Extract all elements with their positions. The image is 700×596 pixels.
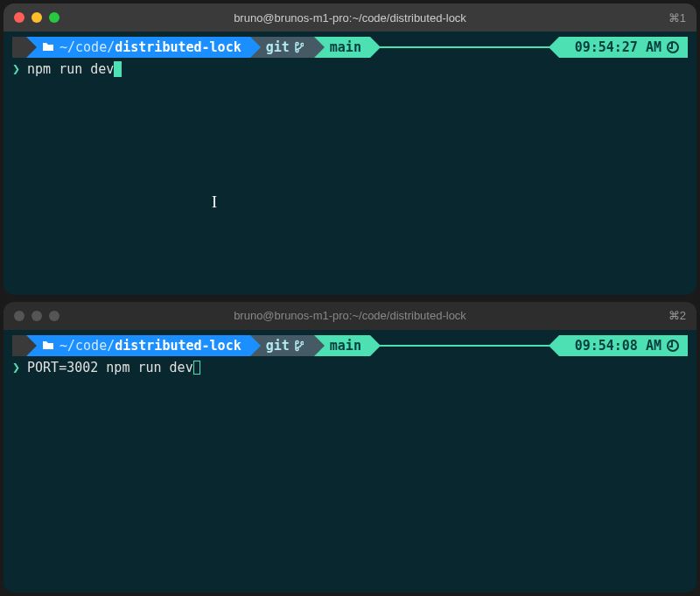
git-label: git bbox=[266, 338, 290, 354]
tab-indicator-1: ⌘1 bbox=[668, 11, 686, 25]
command-line-2[interactable]: ❯ PORT=3002 npm run dev bbox=[12, 358, 688, 377]
connector-line bbox=[368, 46, 561, 48]
command-text: PORT=3002 npm run dev bbox=[27, 360, 193, 375]
ibeam-cursor-icon: I bbox=[212, 193, 217, 212]
powerline-prompt-1: ~/code/distributed-lock git main 09:54:2… bbox=[12, 37, 688, 58]
git-branch-icon bbox=[293, 340, 304, 352]
path-segment: ~/code/distributed-lock bbox=[26, 335, 250, 356]
cursor-inactive bbox=[193, 361, 200, 375]
prompt-char: ❯ bbox=[12, 61, 20, 77]
time-text: 09:54:08 AM bbox=[575, 338, 662, 354]
terminal-window-2: bruno@brunos-m1-pro:~/code/distributed-l… bbox=[4, 302, 696, 593]
prompt-char: ❯ bbox=[12, 360, 20, 375]
time-segment: 09:54:27 AM bbox=[559, 37, 688, 58]
close-button[interactable] bbox=[14, 12, 24, 23]
path-prefix: ~/code/ bbox=[60, 338, 115, 354]
branch-name: main bbox=[330, 39, 361, 55]
git-branch-icon bbox=[293, 41, 304, 53]
path-name: distributed-lock bbox=[115, 338, 242, 354]
connector-line bbox=[368, 345, 561, 347]
path-prefix: ~/code/ bbox=[60, 39, 115, 55]
branch-name: main bbox=[330, 338, 361, 354]
window-title-1: bruno@brunos-m1-pro:~/code/distributed-l… bbox=[234, 11, 466, 25]
terminal-body-1[interactable]: ~/code/distributed-lock git main 09:54:2… bbox=[4, 32, 696, 295]
folder-icon bbox=[42, 338, 54, 354]
cursor-active bbox=[114, 61, 122, 77]
time-segment: 09:54:08 AM bbox=[559, 335, 688, 356]
powerline-prompt-2: ~/code/distributed-lock git main 09:54:0… bbox=[12, 335, 688, 356]
tab-indicator-2: ⌘2 bbox=[668, 309, 686, 322]
titlebar-1[interactable]: bruno@brunos-m1-pro:~/code/distributed-l… bbox=[4, 4, 696, 32]
maximize-button[interactable] bbox=[49, 12, 60, 23]
command-line-1[interactable]: ❯ npm run dev bbox=[12, 60, 688, 79]
path-segment: ~/code/distributed-lock bbox=[26, 37, 250, 58]
git-label: git bbox=[266, 39, 290, 55]
minimize-button[interactable] bbox=[32, 12, 42, 23]
time-text: 09:54:27 AM bbox=[575, 39, 662, 55]
titlebar-2[interactable]: bruno@brunos-m1-pro:~/code/distributed-l… bbox=[4, 302, 696, 330]
window-title-2: bruno@brunos-m1-pro:~/code/distributed-l… bbox=[234, 309, 466, 322]
apple-icon bbox=[12, 335, 26, 356]
apple-icon bbox=[12, 37, 26, 58]
clock-icon bbox=[667, 41, 679, 53]
clock-icon bbox=[667, 340, 679, 352]
terminal-window-1: bruno@brunos-m1-pro:~/code/distributed-l… bbox=[4, 4, 696, 295]
maximize-button[interactable] bbox=[49, 311, 60, 321]
terminal-body-2[interactable]: ~/code/distributed-lock git main 09:54:0… bbox=[4, 330, 696, 593]
minimize-button[interactable] bbox=[32, 311, 42, 321]
traffic-lights-2 bbox=[14, 311, 60, 321]
close-button[interactable] bbox=[14, 311, 24, 321]
path-name: distributed-lock bbox=[115, 39, 242, 55]
command-text: npm run dev bbox=[27, 61, 114, 77]
folder-icon bbox=[42, 39, 54, 55]
traffic-lights-1 bbox=[14, 12, 60, 23]
